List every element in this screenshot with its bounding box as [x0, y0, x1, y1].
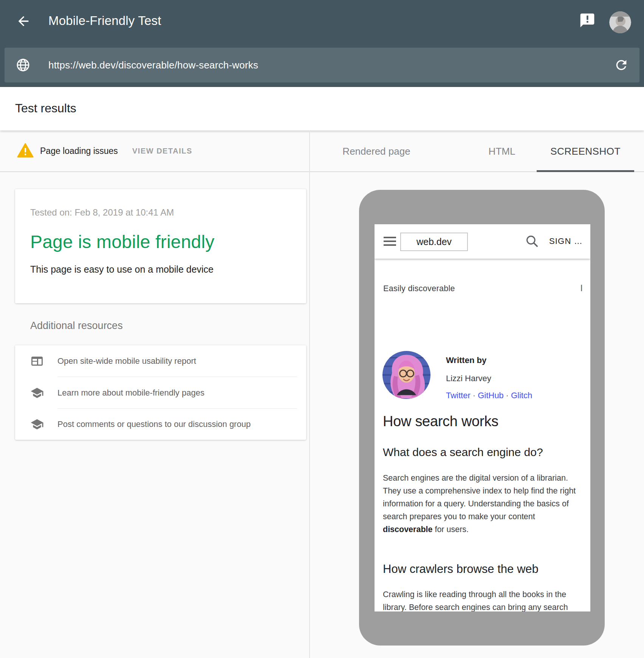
article-paragraph-2: Crawling is like reading through all the…: [383, 588, 568, 611]
site-logo-box: web.dev: [400, 233, 468, 251]
article-title: How search works: [383, 413, 498, 430]
paragraph-line: information for a query. Understanding t…: [383, 497, 576, 510]
tested-on-timestamp: Tested on: Feb 8, 2019 at 10:41 AM: [30, 207, 174, 218]
screenshot-site-header: web.dev SIGN …: [375, 224, 590, 259]
clipped-menu-glyph: I: [580, 283, 583, 293]
resource-link-usability-report[interactable]: Open site-wide mobile usability report: [15, 345, 306, 377]
additional-resources-card: Open site-wide mobile usability report L…: [15, 345, 306, 440]
usability-report-icon: [30, 354, 44, 368]
author-name: Lizzi Harvey: [446, 374, 491, 383]
article-paragraph-1: Search engines are the digital version o…: [383, 472, 576, 536]
hamburger-menu-icon: [384, 237, 396, 247]
paragraph-line: search prepares you to make your content: [383, 510, 576, 523]
app-title: Mobile-Friendly Test: [48, 14, 161, 28]
bold-keyword: discoverable: [383, 525, 432, 534]
sign-in-label: SIGN …: [549, 236, 583, 246]
active-tab-underline: [537, 170, 634, 172]
test-result-card: Tested on: Feb 8, 2019 at 10:41 AM Page …: [15, 189, 306, 303]
url-bar[interactable]: https://web.dev/discoverable/how-search-…: [5, 48, 639, 82]
mobile-friendly-test-app: Mobile-Friendly Test https://web.dev/dis…: [0, 0, 644, 658]
warning-icon: [17, 143, 34, 158]
author-links: Twitter·GitHub·Glitch: [446, 391, 534, 400]
refresh-icon[interactable]: [614, 57, 629, 73]
learn-icon: [30, 386, 44, 400]
resource-label: Learn more about mobile-friendly pages: [57, 388, 204, 398]
written-by-label: Written by: [446, 355, 486, 365]
author-avatar: [382, 351, 430, 399]
user-avatar[interactable]: [609, 11, 631, 33]
panel-divider: [309, 130, 310, 658]
verdict-description: This page is easy to use on a mobile dev…: [30, 264, 214, 275]
feedback-button[interactable]: [579, 12, 596, 29]
results-header-band: [0, 87, 644, 130]
paragraph-line: Crawling is like reading through all the…: [383, 588, 568, 601]
resource-label: Open site-wide mobile usability report: [57, 356, 196, 366]
link-separator: ·: [473, 391, 475, 400]
tab-html[interactable]: HTML: [489, 146, 516, 157]
user-avatar-photo-icon: [609, 11, 631, 33]
phone-screenshot: web.dev SIGN … Easily discoverable I: [375, 224, 590, 611]
resource-label: Post comments or questions to our discus…: [57, 419, 251, 429]
phone-mockup: web.dev SIGN … Easily discoverable I: [359, 190, 605, 646]
paragraph-line: Search engines are the digital version o…: [383, 472, 576, 484]
glitch-link: Glitch: [511, 391, 532, 400]
paragraph-line: discoverable for users.: [383, 523, 576, 536]
url-value: https://web.dev/discoverable/how-search-…: [48, 59, 614, 71]
view-details-button[interactable]: VIEW DETAILS: [132, 147, 192, 155]
twitter-link: Twitter: [446, 391, 471, 400]
verdict-heading: Page is mobile friendly: [30, 231, 215, 252]
paragraph-line: library. Before search engines can bring…: [383, 601, 568, 611]
paragraph-line: They use a comprehensive index to help f…: [383, 484, 576, 497]
article-subheading-2: How crawlers browse the web: [383, 562, 539, 576]
page-title: Test results: [15, 101, 76, 115]
tab-screenshot[interactable]: SCREENSHOT: [550, 146, 621, 157]
status-label: Page loading issues: [40, 146, 118, 156]
article-subheading-1: What does a search engine do?: [383, 446, 543, 459]
back-arrow-icon: [16, 14, 31, 29]
github-link: GitHub: [478, 391, 503, 400]
search-icon: [525, 234, 539, 248]
collection-title: Easily discoverable: [383, 284, 455, 293]
site-name: web.dev: [416, 236, 452, 247]
author-avatar-photo-icon: [382, 351, 430, 399]
discussion-icon: [30, 417, 44, 431]
resource-link-learn-more[interactable]: Learn more about mobile-friendly pages: [15, 377, 306, 408]
tab-rendered-page[interactable]: Rendered page: [342, 146, 410, 157]
back-button[interactable]: [16, 14, 31, 29]
feedback-icon: [579, 12, 596, 29]
additional-resources-heading: Additional resources: [30, 320, 123, 332]
globe-icon: [16, 58, 30, 72]
link-separator: ·: [506, 391, 509, 400]
resource-link-discussion-group[interactable]: Post comments or questions to our discus…: [15, 408, 306, 440]
